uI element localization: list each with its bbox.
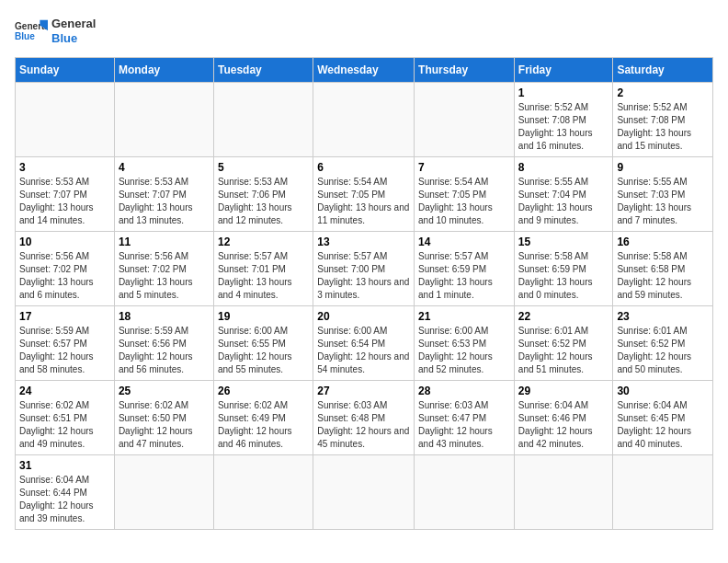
calendar-cell: 4Sunrise: 5:53 AM Sunset: 7:07 PM Daylig… bbox=[114, 157, 213, 232]
calendar-cell: 9Sunrise: 5:55 AM Sunset: 7:03 PM Daylig… bbox=[613, 157, 713, 232]
day-number: 17 bbox=[19, 310, 110, 323]
calendar-week-row: 17Sunrise: 5:59 AM Sunset: 6:57 PM Dayli… bbox=[16, 306, 713, 381]
svg-text:Blue: Blue bbox=[15, 31, 35, 41]
day-number: 24 bbox=[19, 385, 110, 397]
calendar-cell: 12Sunrise: 5:57 AM Sunset: 7:01 PM Dayli… bbox=[213, 232, 313, 306]
calendar-cell: 15Sunrise: 5:58 AM Sunset: 6:59 PM Dayli… bbox=[514, 232, 613, 306]
day-info: Sunrise: 5:54 AM Sunset: 7:05 PM Dayligh… bbox=[317, 176, 410, 227]
logo-icon: General Blue bbox=[15, 15, 48, 48]
day-number: 31 bbox=[19, 459, 110, 472]
day-number: 8 bbox=[518, 161, 609, 174]
calendar-cell: 22Sunrise: 6:01 AM Sunset: 6:52 PM Dayli… bbox=[514, 306, 613, 381]
calendar-cell: 7Sunrise: 5:54 AM Sunset: 7:05 PM Daylig… bbox=[415, 157, 515, 232]
calendar-cell: 5Sunrise: 5:53 AM Sunset: 7:06 PM Daylig… bbox=[213, 157, 313, 232]
column-header-thursday: Thursday bbox=[415, 58, 515, 83]
logo-blue-text: Blue bbox=[51, 31, 96, 46]
day-info: Sunrise: 6:01 AM Sunset: 6:52 PM Dayligh… bbox=[617, 325, 709, 376]
calendar-cell: 31Sunrise: 6:04 AM Sunset: 6:44 PM Dayli… bbox=[16, 455, 115, 530]
column-header-saturday: Saturday bbox=[613, 58, 713, 83]
day-info: Sunrise: 6:04 AM Sunset: 6:45 PM Dayligh… bbox=[617, 399, 709, 451]
day-number: 22 bbox=[518, 310, 609, 323]
day-info: Sunrise: 5:53 AM Sunset: 7:07 PM Dayligh… bbox=[19, 176, 110, 227]
day-number: 3 bbox=[19, 161, 110, 174]
day-info: Sunrise: 6:03 AM Sunset: 6:47 PM Dayligh… bbox=[418, 399, 510, 451]
calendar-cell: 28Sunrise: 6:03 AM Sunset: 6:47 PM Dayli… bbox=[415, 381, 515, 455]
day-number: 2 bbox=[617, 86, 709, 99]
day-number: 30 bbox=[617, 385, 709, 397]
day-info: Sunrise: 6:04 AM Sunset: 6:44 PM Dayligh… bbox=[19, 474, 110, 525]
calendar-cell: 24Sunrise: 6:02 AM Sunset: 6:51 PM Dayli… bbox=[16, 381, 115, 455]
day-info: Sunrise: 6:02 AM Sunset: 6:51 PM Dayligh… bbox=[19, 399, 110, 451]
day-info: Sunrise: 5:58 AM Sunset: 6:58 PM Dayligh… bbox=[617, 250, 709, 302]
calendar-cell bbox=[114, 83, 213, 157]
day-number: 21 bbox=[418, 310, 510, 323]
day-info: Sunrise: 6:00 AM Sunset: 6:54 PM Dayligh… bbox=[317, 325, 410, 376]
calendar-cell: 1Sunrise: 5:52 AM Sunset: 7:08 PM Daylig… bbox=[514, 83, 613, 157]
calendar-cell: 13Sunrise: 5:57 AM Sunset: 7:00 PM Dayli… bbox=[313, 232, 415, 306]
column-header-wednesday: Wednesday bbox=[313, 58, 415, 83]
day-info: Sunrise: 6:01 AM Sunset: 6:52 PM Dayligh… bbox=[518, 325, 609, 376]
day-info: Sunrise: 5:53 AM Sunset: 7:06 PM Dayligh… bbox=[218, 176, 309, 227]
logo: General Blue General Blue bbox=[15, 15, 96, 48]
day-info: Sunrise: 6:04 AM Sunset: 6:46 PM Dayligh… bbox=[518, 399, 609, 451]
day-number: 15 bbox=[518, 236, 609, 248]
calendar-week-row: 1Sunrise: 5:52 AM Sunset: 7:08 PM Daylig… bbox=[16, 83, 713, 157]
day-info: Sunrise: 5:54 AM Sunset: 7:05 PM Dayligh… bbox=[418, 176, 510, 227]
calendar-cell bbox=[313, 455, 415, 530]
day-number: 13 bbox=[317, 236, 410, 248]
calendar-cell: 14Sunrise: 5:57 AM Sunset: 6:59 PM Dayli… bbox=[415, 232, 515, 306]
calendar-cell: 16Sunrise: 5:58 AM Sunset: 6:58 PM Dayli… bbox=[613, 232, 713, 306]
day-number: 11 bbox=[119, 236, 210, 248]
calendar-cell bbox=[213, 83, 313, 157]
day-number: 10 bbox=[19, 236, 110, 248]
calendar-cell: 26Sunrise: 6:02 AM Sunset: 6:49 PM Dayli… bbox=[213, 381, 313, 455]
day-info: Sunrise: 6:00 AM Sunset: 6:53 PM Dayligh… bbox=[418, 325, 510, 376]
day-info: Sunrise: 5:56 AM Sunset: 7:02 PM Dayligh… bbox=[19, 250, 110, 302]
column-header-tuesday: Tuesday bbox=[213, 58, 313, 83]
calendar-table: SundayMondayTuesdayWednesdayThursdayFrid… bbox=[15, 57, 713, 530]
calendar-cell: 25Sunrise: 6:02 AM Sunset: 6:50 PM Dayli… bbox=[114, 381, 213, 455]
day-info: Sunrise: 5:59 AM Sunset: 6:56 PM Dayligh… bbox=[119, 325, 210, 376]
day-info: Sunrise: 6:02 AM Sunset: 6:50 PM Dayligh… bbox=[119, 399, 210, 451]
column-header-sunday: Sunday bbox=[16, 58, 115, 83]
calendar-week-row: 3Sunrise: 5:53 AM Sunset: 7:07 PM Daylig… bbox=[16, 157, 713, 232]
day-number: 29 bbox=[518, 385, 609, 397]
calendar-cell: 18Sunrise: 5:59 AM Sunset: 6:56 PM Dayli… bbox=[114, 306, 213, 381]
day-info: Sunrise: 6:03 AM Sunset: 6:48 PM Dayligh… bbox=[317, 399, 410, 451]
calendar-cell: 30Sunrise: 6:04 AM Sunset: 6:45 PM Dayli… bbox=[613, 381, 713, 455]
calendar-cell: 17Sunrise: 5:59 AM Sunset: 6:57 PM Dayli… bbox=[16, 306, 115, 381]
day-info: Sunrise: 5:52 AM Sunset: 7:08 PM Dayligh… bbox=[617, 101, 709, 153]
calendar-cell: 6Sunrise: 5:54 AM Sunset: 7:05 PM Daylig… bbox=[313, 157, 415, 232]
day-info: Sunrise: 5:57 AM Sunset: 7:01 PM Dayligh… bbox=[218, 250, 309, 302]
day-number: 12 bbox=[218, 236, 309, 248]
calendar-cell: 10Sunrise: 5:56 AM Sunset: 7:02 PM Dayli… bbox=[16, 232, 115, 306]
column-header-friday: Friday bbox=[514, 58, 613, 83]
day-number: 5 bbox=[218, 161, 309, 174]
calendar-cell bbox=[514, 455, 613, 530]
day-number: 4 bbox=[119, 161, 210, 174]
day-number: 28 bbox=[418, 385, 510, 397]
calendar-week-row: 31Sunrise: 6:04 AM Sunset: 6:44 PM Dayli… bbox=[16, 455, 713, 530]
day-info: Sunrise: 5:58 AM Sunset: 6:59 PM Dayligh… bbox=[518, 250, 609, 302]
calendar-cell bbox=[613, 455, 713, 530]
calendar-cell: 29Sunrise: 6:04 AM Sunset: 6:46 PM Dayli… bbox=[514, 381, 613, 455]
calendar-cell: 11Sunrise: 5:56 AM Sunset: 7:02 PM Dayli… bbox=[114, 232, 213, 306]
calendar-cell bbox=[114, 455, 213, 530]
day-number: 23 bbox=[617, 310, 709, 323]
day-info: Sunrise: 5:57 AM Sunset: 7:00 PM Dayligh… bbox=[317, 250, 410, 302]
logo-general-text: General bbox=[51, 17, 96, 31]
calendar-cell: 23Sunrise: 6:01 AM Sunset: 6:52 PM Dayli… bbox=[613, 306, 713, 381]
day-number: 7 bbox=[418, 161, 510, 174]
calendar-cell bbox=[16, 83, 115, 157]
calendar-cell: 21Sunrise: 6:00 AM Sunset: 6:53 PM Dayli… bbox=[415, 306, 515, 381]
day-number: 26 bbox=[218, 385, 309, 397]
day-info: Sunrise: 5:59 AM Sunset: 6:57 PM Dayligh… bbox=[19, 325, 110, 376]
day-number: 16 bbox=[617, 236, 709, 248]
day-info: Sunrise: 5:55 AM Sunset: 7:04 PM Dayligh… bbox=[518, 176, 609, 227]
calendar-cell bbox=[213, 455, 313, 530]
day-info: Sunrise: 5:55 AM Sunset: 7:03 PM Dayligh… bbox=[617, 176, 709, 227]
calendar-cell: 19Sunrise: 6:00 AM Sunset: 6:55 PM Dayli… bbox=[213, 306, 313, 381]
calendar-cell bbox=[313, 83, 415, 157]
calendar-cell: 3Sunrise: 5:53 AM Sunset: 7:07 PM Daylig… bbox=[16, 157, 115, 232]
day-number: 20 bbox=[317, 310, 410, 323]
